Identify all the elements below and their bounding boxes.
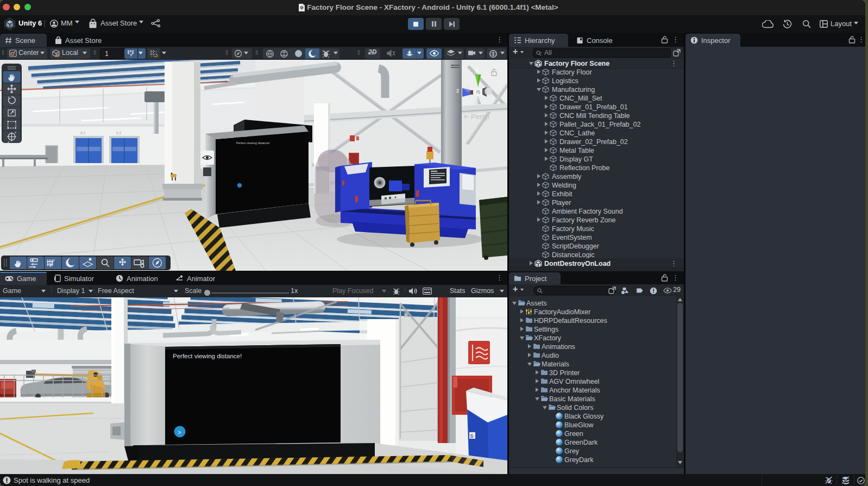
svg-text:Perfect viewing distance!: Perfect viewing distance! [236, 141, 270, 145]
svg-text:Y: Y [130, 53, 133, 57]
svg-text:0 2: 0 2 [116, 131, 121, 135]
svg-text:0 1: 0 1 [80, 131, 85, 135]
svg-text:y: y [475, 66, 479, 73]
svg-text:z: z [456, 87, 460, 94]
svg-text:S: S [470, 433, 474, 439]
svg-text:Perfect viewing distance!: Perfect viewing distance! [173, 353, 242, 359]
svg-text:Persp: Persp [471, 113, 489, 121]
svg-text:x: x [466, 84, 469, 90]
svg-text:>: > [178, 429, 181, 435]
